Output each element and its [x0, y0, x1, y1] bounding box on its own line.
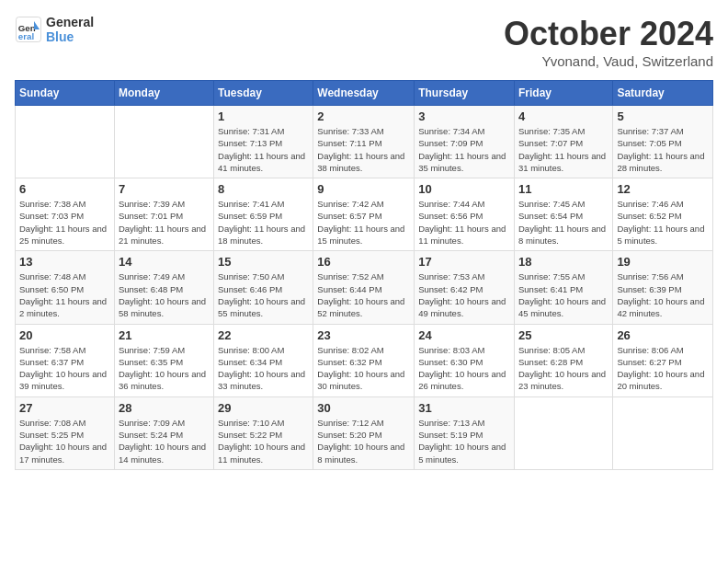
calendar-cell: 11Sunrise: 7:45 AMSunset: 6:54 PMDayligh… [514, 178, 612, 251]
calendar-cell [514, 396, 612, 469]
week-row-3: 13Sunrise: 7:48 AMSunset: 6:50 PMDayligh… [16, 251, 713, 324]
day-number: 10 [418, 182, 510, 196]
calendar-cell [613, 396, 713, 469]
title-block: October 2024 Yvonand, Vaud, Switzerland [504, 15, 713, 69]
day-info: Sunrise: 7:31 AMSunset: 7:13 PMDaylight:… [218, 125, 309, 174]
day-info: Sunrise: 8:00 AMSunset: 6:34 PMDaylight:… [218, 344, 309, 393]
location: Yvonand, Vaud, Switzerland [504, 53, 713, 69]
header-thursday: Thursday [415, 81, 515, 106]
week-row-2: 6Sunrise: 7:38 AMSunset: 7:03 PMDaylight… [16, 178, 713, 251]
day-info: Sunrise: 7:45 AMSunset: 6:54 PMDaylight:… [518, 198, 609, 247]
day-number: 14 [119, 255, 210, 269]
day-info: Sunrise: 7:58 AMSunset: 6:37 PMDaylight:… [19, 344, 110, 393]
calendar-cell: 20Sunrise: 7:58 AMSunset: 6:37 PMDayligh… [16, 324, 115, 396]
day-info: Sunrise: 7:42 AMSunset: 6:57 PMDaylight:… [317, 198, 410, 247]
day-number: 24 [418, 328, 510, 342]
day-number: 9 [317, 182, 410, 196]
calendar-cell: 30Sunrise: 7:12 AMSunset: 5:20 PMDayligh… [313, 396, 415, 469]
day-info: Sunrise: 7:33 AMSunset: 7:11 PMDaylight:… [317, 125, 410, 174]
calendar-cell [114, 106, 213, 178]
day-number: 3 [418, 109, 510, 123]
logo-text-line2: Blue [46, 29, 94, 44]
calendar-cell: 15Sunrise: 7:50 AMSunset: 6:46 PMDayligh… [214, 251, 313, 324]
day-info: Sunrise: 7:34 AMSunset: 7:09 PMDaylight:… [418, 125, 510, 174]
day-info: Sunrise: 8:03 AMSunset: 6:30 PMDaylight:… [418, 344, 510, 393]
calendar-cell: 28Sunrise: 7:09 AMSunset: 5:24 PMDayligh… [114, 396, 213, 469]
day-number: 1 [218, 109, 309, 123]
logo-icon: Gen eral [15, 16, 42, 43]
header-monday: Monday [114, 81, 213, 106]
day-number: 31 [418, 401, 510, 415]
header-sunday: Sunday [16, 81, 115, 106]
header-saturday: Saturday [613, 81, 713, 106]
calendar-cell: 14Sunrise: 7:49 AMSunset: 6:48 PMDayligh… [114, 251, 213, 324]
day-number: 4 [518, 109, 609, 123]
calendar-cell: 4Sunrise: 7:35 AMSunset: 7:07 PMDaylight… [514, 106, 612, 178]
day-info: Sunrise: 7:55 AMSunset: 6:41 PMDaylight:… [518, 270, 609, 319]
day-info: Sunrise: 7:09 AMSunset: 5:24 PMDaylight:… [119, 417, 210, 465]
svg-text:eral: eral [18, 31, 35, 41]
day-info: Sunrise: 7:59 AMSunset: 6:35 PMDaylight:… [119, 344, 210, 393]
header-friday: Friday [514, 81, 612, 106]
day-number: 5 [617, 109, 709, 123]
day-number: 13 [19, 255, 110, 269]
day-info: Sunrise: 7:41 AMSunset: 6:59 PMDaylight:… [218, 198, 309, 247]
calendar-cell: 8Sunrise: 7:41 AMSunset: 6:59 PMDaylight… [214, 178, 313, 251]
calendar-cell: 12Sunrise: 7:46 AMSunset: 6:52 PMDayligh… [613, 178, 713, 251]
calendar-cell: 23Sunrise: 8:02 AMSunset: 6:32 PMDayligh… [313, 324, 415, 396]
day-number: 15 [218, 255, 309, 269]
day-info: Sunrise: 8:02 AMSunset: 6:32 PMDaylight:… [317, 344, 410, 393]
day-number: 26 [617, 328, 709, 342]
day-number: 30 [317, 401, 410, 415]
day-info: Sunrise: 7:35 AMSunset: 7:07 PMDaylight:… [518, 125, 609, 174]
calendar-cell: 24Sunrise: 8:03 AMSunset: 6:30 PMDayligh… [415, 324, 515, 396]
header-wednesday: Wednesday [313, 81, 415, 106]
calendar-cell: 29Sunrise: 7:10 AMSunset: 5:22 PMDayligh… [214, 396, 313, 469]
day-number: 16 [317, 255, 410, 269]
day-number: 28 [119, 401, 210, 415]
day-info: Sunrise: 7:50 AMSunset: 6:46 PMDaylight:… [218, 270, 309, 319]
month-title: October 2024 [504, 15, 713, 53]
day-number: 21 [119, 328, 210, 342]
day-info: Sunrise: 7:12 AMSunset: 5:20 PMDaylight:… [317, 417, 410, 465]
day-info: Sunrise: 7:13 AMSunset: 5:19 PMDaylight:… [418, 417, 510, 465]
day-info: Sunrise: 8:05 AMSunset: 6:28 PMDaylight:… [518, 344, 609, 393]
logo: Gen eral General Blue [15, 15, 94, 44]
day-number: 23 [317, 328, 410, 342]
calendar-cell: 5Sunrise: 7:37 AMSunset: 7:05 PMDaylight… [613, 106, 713, 178]
day-number: 12 [617, 182, 709, 196]
day-info: Sunrise: 7:37 AMSunset: 7:05 PMDaylight:… [617, 125, 709, 174]
calendar-cell: 2Sunrise: 7:33 AMSunset: 7:11 PMDaylight… [313, 106, 415, 178]
calendar-cell: 16Sunrise: 7:52 AMSunset: 6:44 PMDayligh… [313, 251, 415, 324]
calendar-cell: 10Sunrise: 7:44 AMSunset: 6:56 PMDayligh… [415, 178, 515, 251]
day-info: Sunrise: 7:44 AMSunset: 6:56 PMDaylight:… [418, 198, 510, 247]
week-row-4: 20Sunrise: 7:58 AMSunset: 6:37 PMDayligh… [16, 324, 713, 396]
day-number: 8 [218, 182, 309, 196]
day-info: Sunrise: 7:46 AMSunset: 6:52 PMDaylight:… [617, 198, 709, 247]
day-info: Sunrise: 7:52 AMSunset: 6:44 PMDaylight:… [317, 270, 410, 319]
day-number: 18 [518, 255, 609, 269]
day-info: Sunrise: 8:06 AMSunset: 6:27 PMDaylight:… [617, 344, 709, 393]
day-number: 19 [617, 255, 709, 269]
week-row-1: 1Sunrise: 7:31 AMSunset: 7:13 PMDaylight… [16, 106, 713, 178]
calendar-cell: 25Sunrise: 8:05 AMSunset: 6:28 PMDayligh… [514, 324, 612, 396]
week-row-5: 27Sunrise: 7:08 AMSunset: 5:25 PMDayligh… [16, 396, 713, 469]
day-info: Sunrise: 7:39 AMSunset: 7:01 PMDaylight:… [119, 198, 210, 247]
calendar-cell: 18Sunrise: 7:55 AMSunset: 6:41 PMDayligh… [514, 251, 612, 324]
calendar-cell: 13Sunrise: 7:48 AMSunset: 6:50 PMDayligh… [16, 251, 115, 324]
day-info: Sunrise: 7:56 AMSunset: 6:39 PMDaylight:… [617, 270, 709, 319]
day-info: Sunrise: 7:49 AMSunset: 6:48 PMDaylight:… [119, 270, 210, 319]
calendar-cell: 31Sunrise: 7:13 AMSunset: 5:19 PMDayligh… [415, 396, 515, 469]
day-number: 6 [19, 182, 110, 196]
calendar-cell: 7Sunrise: 7:39 AMSunset: 7:01 PMDaylight… [114, 178, 213, 251]
day-number: 7 [119, 182, 210, 196]
calendar-cell: 17Sunrise: 7:53 AMSunset: 6:42 PMDayligh… [415, 251, 515, 324]
calendar-cell: 26Sunrise: 8:06 AMSunset: 6:27 PMDayligh… [613, 324, 713, 396]
calendar-cell: 21Sunrise: 7:59 AMSunset: 6:35 PMDayligh… [114, 324, 213, 396]
day-number: 22 [218, 328, 309, 342]
day-number: 11 [518, 182, 609, 196]
calendar-cell: 3Sunrise: 7:34 AMSunset: 7:09 PMDaylight… [415, 106, 515, 178]
calendar-cell: 27Sunrise: 7:08 AMSunset: 5:25 PMDayligh… [16, 396, 115, 469]
logo-text-line1: General [46, 15, 94, 29]
calendar-cell: 9Sunrise: 7:42 AMSunset: 6:57 PMDaylight… [313, 178, 415, 251]
